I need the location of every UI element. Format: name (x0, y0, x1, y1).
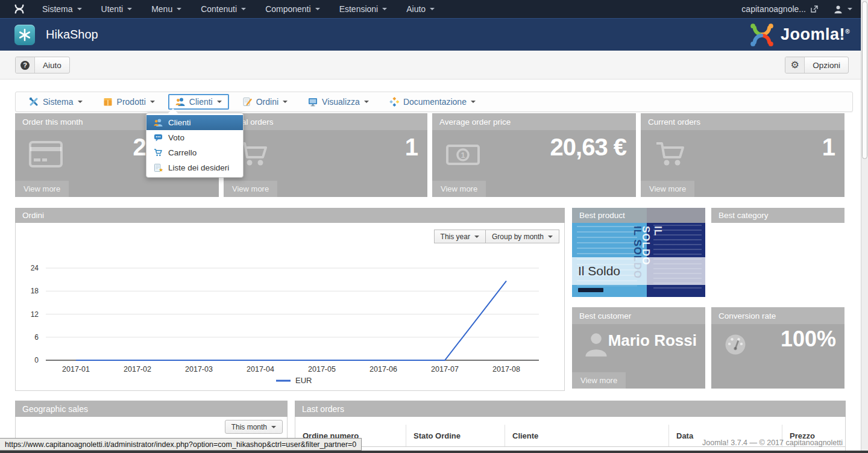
stat-card-value: 1 (822, 134, 835, 161)
user-icon (834, 5, 843, 14)
filter-label: This month (231, 423, 267, 431)
dropdown-item-clienti[interactable]: Clienti (146, 115, 243, 130)
joomla-wordmark: Joomla!® (781, 25, 850, 44)
menubar-item-ordini[interactable]: Ordini (235, 94, 295, 110)
svg-text:2017-08: 2017-08 (492, 365, 520, 373)
stat-card-total-orders: Total orders 1 View more (224, 113, 427, 197)
display-icon (308, 97, 318, 107)
view-more-button[interactable]: View more (224, 181, 277, 197)
admin-menu-sistema[interactable]: Sistema (34, 0, 90, 18)
caret-down-icon (548, 236, 553, 238)
stat-card-current-orders: Current orders 1 View more (641, 113, 844, 197)
menu-label: Componenti (265, 4, 311, 14)
menu-label: Menu (151, 4, 172, 14)
browser-status-bar: https://www.capitanoagnoletti.it/adminis… (0, 438, 362, 451)
caret-down-icon (78, 101, 83, 103)
menubar-item-sistema[interactable]: Sistema (22, 94, 90, 110)
admin-menu: Sistema Utenti Menu Contenuti Componenti… (34, 0, 443, 18)
orders-chart-body: This year Group by month 061218242017-01… (15, 223, 565, 391)
user-menu[interactable] (834, 5, 852, 14)
dropdown-item-carrello[interactable]: Carrello (146, 145, 243, 160)
view-more-button[interactable]: View more (15, 181, 69, 197)
user-icon (583, 331, 609, 358)
page-scrollbar[interactable] (861, 0, 868, 451)
best-customer-panel: Best customer Mario Rossi View more (572, 307, 705, 389)
caret-down-icon (382, 8, 387, 10)
svg-text:12: 12 (31, 310, 39, 319)
stat-card-title: Average order price (432, 113, 636, 130)
menu-label: Contenuti (201, 4, 237, 14)
best-product-title: Best product (572, 208, 705, 223)
caret-down-icon (364, 101, 369, 103)
scrollbar-thumb[interactable] (862, 1, 867, 159)
customers-icon (175, 97, 185, 107)
joomla-mono-icon[interactable] (13, 3, 25, 15)
admin-menu-utenti[interactable]: Utenti (93, 0, 141, 18)
menubar-item-documentazione[interactable]: Documentazione (382, 94, 483, 110)
conversion-rate-panel: Conversion rate 100% (711, 307, 844, 389)
orders-chart-svg: 061218242017-012017-022017-032017-042017… (16, 223, 564, 390)
svg-text:2017-03: 2017-03 (185, 365, 213, 373)
filter-label: Group by month (492, 233, 544, 241)
column-header-stato-ordine[interactable]: Stato Ordine (406, 425, 505, 446)
view-more-button[interactable]: View more (432, 181, 486, 197)
gear-icon: ⚙ (785, 57, 805, 73)
orders-panel: Ordini This year Group by month 06121824… (15, 208, 565, 391)
group-filter-dropdown[interactable]: Group by month (486, 230, 559, 243)
geographic-sales-title: Geographic sales (15, 401, 288, 417)
view-more-button[interactable]: View more (641, 181, 694, 197)
caret-down-icon (217, 101, 222, 103)
admin-menu-estensioni[interactable]: Estensioni (331, 0, 396, 18)
menu-label: Sistema (42, 4, 73, 14)
component-header: HikaShop Joomla!® (0, 18, 868, 51)
svg-text:2017-05: 2017-05 (308, 365, 336, 373)
stat-card-average-order-price: Average order price 1 20,63 € View more (432, 113, 636, 197)
view-more-button[interactable]: View more (572, 372, 626, 389)
svg-text:1: 1 (461, 151, 465, 160)
help-button[interactable]: ? Aiuto (15, 57, 70, 73)
dropdown-label: Liste dei desideri (168, 163, 229, 172)
best-category-panel: Best category (711, 208, 844, 223)
menu-label: Aiuto (406, 4, 426, 14)
admin-menu-menu[interactable]: Menu (143, 0, 190, 18)
caret-down-icon (283, 101, 288, 103)
admin-menu-aiuto[interactable]: Aiuto (398, 0, 443, 18)
wishlist-icon: ★ (154, 163, 163, 172)
caret-down-icon (430, 8, 435, 10)
filter-label: This year (441, 233, 470, 241)
options-button[interactable]: ⚙ Opzioni (785, 57, 849, 73)
menubar-item-visualizza[interactable]: Visualizza (301, 94, 376, 110)
order-document-icon (242, 97, 252, 107)
package-icon (103, 97, 113, 107)
menubar-label: Visualizza (322, 97, 360, 107)
column-header-cliente[interactable]: Cliente (505, 425, 669, 446)
period-filter-dropdown[interactable]: This year (434, 230, 486, 243)
help-button-label: Aiuto (35, 57, 69, 73)
menubar-label: Clienti (189, 97, 213, 107)
dropdown-item-voto[interactable]: Voto (146, 130, 243, 145)
menubar-item-clienti[interactable]: Clienti (168, 94, 229, 110)
hikashop-dashboard: Sistema Utenti Menu Contenuti Componenti… (0, 0, 868, 453)
site-preview-link[interactable]: capitanoagnole... (741, 4, 818, 14)
customers-icon (154, 118, 163, 127)
last-orders-table: Ordine numero Stato Ordine Cliente Data … (295, 417, 846, 453)
caret-down-icon (150, 101, 155, 103)
dropdown-label: Clienti (168, 118, 191, 127)
dropdown-item-liste-dei-desideri[interactable]: ★ Liste dei desideri (146, 160, 243, 175)
caret-down-icon (848, 8, 852, 10)
caret-down-icon (241, 8, 246, 10)
gauge-icon (722, 331, 749, 358)
svg-text:2017-02: 2017-02 (124, 365, 151, 373)
joomla-version-footer: Joomla! 3.7.4 — © 2017 capitanoagnoletti (702, 439, 843, 447)
clienti-dropdown: Clienti Voto Carrello ★ Liste dei deside… (146, 113, 244, 178)
caret-down-icon (127, 8, 132, 10)
svg-text:2017-01: 2017-01 (62, 365, 90, 373)
admin-menu-contenuti[interactable]: Contenuti (192, 0, 254, 18)
admin-menu-componenti[interactable]: Componenti (257, 0, 329, 18)
month-filter-dropdown[interactable]: This month (225, 420, 283, 434)
chart-filters: This year Group by month (434, 230, 559, 243)
cart-icon (154, 148, 163, 157)
options-button-label: Opzioni (805, 57, 848, 73)
menubar-item-prodotti[interactable]: Prodotti (96, 94, 162, 110)
image-texture (578, 288, 603, 292)
